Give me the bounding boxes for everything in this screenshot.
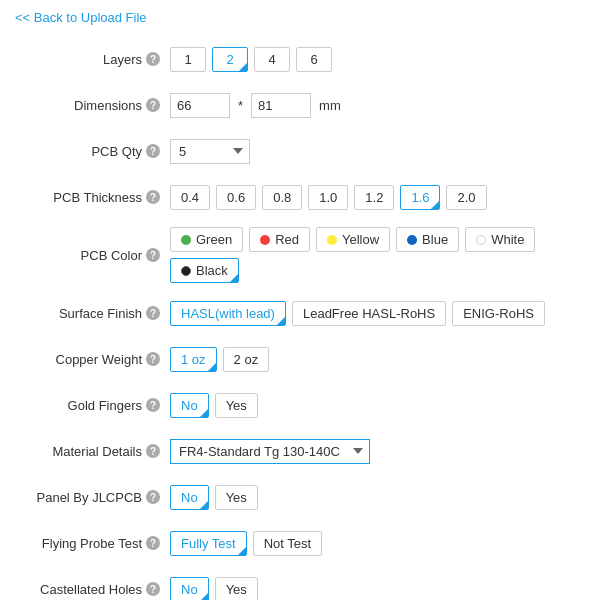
thickness-option-0.4[interactable]: 0.4 bbox=[170, 185, 210, 210]
copper-weight-label: Copper Weight ? bbox=[15, 352, 170, 367]
copper-weight-row: Copper Weight ? 1 oz2 oz bbox=[15, 343, 595, 375]
gold-fingers-help-icon[interactable]: ? bbox=[146, 398, 160, 412]
pcb-color-controls: GreenRedYellowBlueWhiteBlack bbox=[170, 227, 595, 283]
pcb-qty-label: PCB Qty ? bbox=[15, 144, 170, 159]
color-option-red[interactable]: Red bbox=[249, 227, 310, 252]
pcb-thickness-controls: 0.40.60.81.01.21.62.0 bbox=[170, 185, 595, 210]
dimensions-row: Dimensions ? * mm bbox=[15, 89, 595, 121]
pcb-color-row: PCB Color ? GreenRedYellowBlueWhiteBlack bbox=[15, 227, 595, 283]
castellated-option-yes[interactable]: Yes bbox=[215, 577, 258, 601]
copper-weight-help-icon[interactable]: ? bbox=[146, 352, 160, 366]
material-details-label: Material Details ? bbox=[15, 444, 170, 459]
thickness-option-1.0[interactable]: 1.0 bbox=[308, 185, 348, 210]
color-dot-green bbox=[181, 235, 191, 245]
pcb-thickness-label: PCB Thickness ? bbox=[15, 190, 170, 205]
castellated-option-no[interactable]: No bbox=[170, 577, 209, 601]
surface-finish-controls: HASL(with lead)LeadFree HASL-RoHSENIG-Ro… bbox=[170, 301, 595, 326]
layers-controls: 1246 bbox=[170, 47, 595, 72]
flying-option-fully-test[interactable]: Fully Test bbox=[170, 531, 247, 556]
castellated-holes-controls: NoYes bbox=[170, 577, 595, 601]
castellated-holes-help-icon[interactable]: ? bbox=[146, 582, 160, 596]
material-details-row: Material Details ? FR4-Standard Tg 130-1… bbox=[15, 435, 595, 467]
layers-option-2[interactable]: 2 bbox=[212, 47, 248, 72]
copper-weight-controls: 1 oz2 oz bbox=[170, 347, 595, 372]
flying-option-not-test[interactable]: Not Test bbox=[253, 531, 322, 556]
layers-option-1[interactable]: 1 bbox=[170, 47, 206, 72]
gold-option-no[interactable]: No bbox=[170, 393, 209, 418]
color-dot-red bbox=[260, 235, 270, 245]
layers-help-icon[interactable]: ? bbox=[146, 52, 160, 66]
color-dot-blue bbox=[407, 235, 417, 245]
color-label-red: Red bbox=[275, 232, 299, 247]
flying-probe-controls: Fully TestNot Test bbox=[170, 531, 595, 556]
surface-option-enig-rohs[interactable]: ENIG-RoHS bbox=[452, 301, 545, 326]
material-details-controls: FR4-Standard Tg 130-140CFR4-High Tg 150C… bbox=[170, 439, 595, 464]
layers-row: Layers ? 1246 bbox=[15, 43, 595, 75]
surface-finish-row: Surface Finish ? HASL(with lead)LeadFree… bbox=[15, 297, 595, 329]
dimensions-height-input[interactable] bbox=[251, 93, 311, 118]
gold-fingers-row: Gold Fingers ? NoYes bbox=[15, 389, 595, 421]
panel-jlcpcb-row: Panel By JLCPCB ? NoYes bbox=[15, 481, 595, 513]
castellated-holes-row: Castellated Holes ? NoYes bbox=[15, 573, 595, 600]
panel-jlcpcb-label: Panel By JLCPCB ? bbox=[15, 490, 170, 505]
color-label-white: White bbox=[491, 232, 524, 247]
dimensions-controls: * mm bbox=[170, 93, 595, 118]
flying-probe-help-icon[interactable]: ? bbox=[146, 536, 160, 550]
copper-option-1-oz[interactable]: 1 oz bbox=[170, 347, 217, 372]
flying-probe-label: Flying Probe Test ? bbox=[15, 536, 170, 551]
dimensions-help-icon[interactable]: ? bbox=[146, 98, 160, 112]
pcb-qty-row: PCB Qty ? 51015202530 bbox=[15, 135, 595, 167]
color-label-yellow: Yellow bbox=[342, 232, 379, 247]
color-option-black[interactable]: Black bbox=[170, 258, 239, 283]
material-details-help-icon[interactable]: ? bbox=[146, 444, 160, 458]
pcb-thickness-help-icon[interactable]: ? bbox=[146, 190, 160, 204]
thickness-option-1.6[interactable]: 1.6 bbox=[400, 185, 440, 210]
color-label-blue: Blue bbox=[422, 232, 448, 247]
back-link[interactable]: << Back to Upload File bbox=[15, 10, 147, 25]
color-option-yellow[interactable]: Yellow bbox=[316, 227, 390, 252]
panel-jlcpcb-help-icon[interactable]: ? bbox=[146, 490, 160, 504]
color-dot-white bbox=[476, 235, 486, 245]
flying-probe-row: Flying Probe Test ? Fully TestNot Test bbox=[15, 527, 595, 559]
color-option-green[interactable]: Green bbox=[170, 227, 243, 252]
material-details-select[interactable]: FR4-Standard Tg 130-140CFR4-High Tg 150C… bbox=[170, 439, 370, 464]
layers-label: Layers ? bbox=[15, 52, 170, 67]
thickness-option-0.6[interactable]: 0.6 bbox=[216, 185, 256, 210]
thickness-option-1.2[interactable]: 1.2 bbox=[354, 185, 394, 210]
color-dot-black bbox=[181, 266, 191, 276]
copper-option-2-oz[interactable]: 2 oz bbox=[223, 347, 270, 372]
pcb-color-label: PCB Color ? bbox=[15, 248, 170, 263]
color-option-blue[interactable]: Blue bbox=[396, 227, 459, 252]
dimensions-width-input[interactable] bbox=[170, 93, 230, 118]
layers-option-6[interactable]: 6 bbox=[296, 47, 332, 72]
layers-option-4[interactable]: 4 bbox=[254, 47, 290, 72]
surface-option-hasl(with-lead)[interactable]: HASL(with lead) bbox=[170, 301, 286, 326]
panel-option-no[interactable]: No bbox=[170, 485, 209, 510]
castellated-holes-label: Castellated Holes ? bbox=[15, 582, 170, 597]
color-label-black: Black bbox=[196, 263, 228, 278]
pcb-color-help-icon[interactable]: ? bbox=[146, 248, 160, 262]
color-dot-yellow bbox=[327, 235, 337, 245]
gold-fingers-label: Gold Fingers ? bbox=[15, 398, 170, 413]
thickness-option-2.0[interactable]: 2.0 bbox=[446, 185, 486, 210]
color-option-white[interactable]: White bbox=[465, 227, 535, 252]
thickness-option-0.8[interactable]: 0.8 bbox=[262, 185, 302, 210]
gold-option-yes[interactable]: Yes bbox=[215, 393, 258, 418]
pcb-qty-controls: 51015202530 bbox=[170, 139, 595, 164]
panel-jlcpcb-controls: NoYes bbox=[170, 485, 595, 510]
color-label-green: Green bbox=[196, 232, 232, 247]
pcb-thickness-row: PCB Thickness ? 0.40.60.81.01.21.62.0 bbox=[15, 181, 595, 213]
dimensions-separator: * bbox=[236, 98, 245, 113]
surface-finish-label: Surface Finish ? bbox=[15, 306, 170, 321]
gold-fingers-controls: NoYes bbox=[170, 393, 595, 418]
pcb-qty-help-icon[interactable]: ? bbox=[146, 144, 160, 158]
dimensions-unit: mm bbox=[319, 98, 341, 113]
pcb-qty-select[interactable]: 51015202530 bbox=[170, 139, 250, 164]
panel-option-yes[interactable]: Yes bbox=[215, 485, 258, 510]
dimensions-label: Dimensions ? bbox=[15, 98, 170, 113]
surface-option-leadfree-hasl-rohs[interactable]: LeadFree HASL-RoHS bbox=[292, 301, 446, 326]
surface-finish-help-icon[interactable]: ? bbox=[146, 306, 160, 320]
